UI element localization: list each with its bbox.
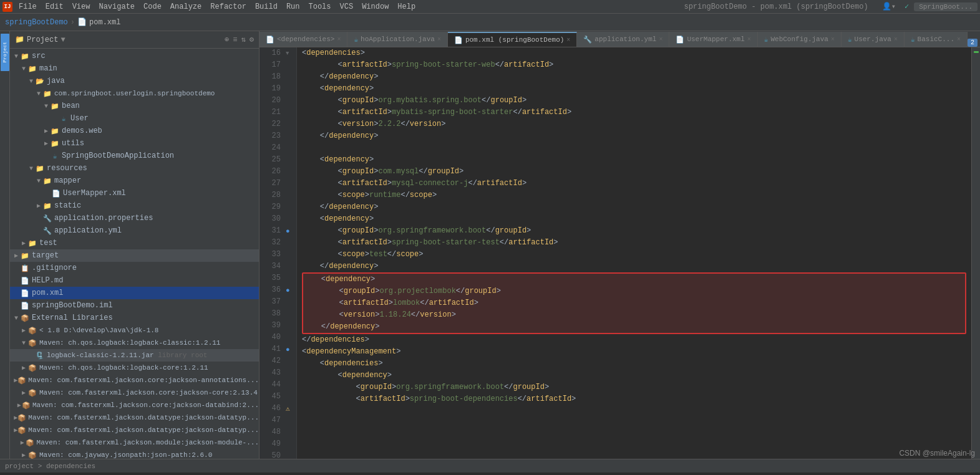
tree-iml[interactable]: 📄 springBootDemo.iml — [10, 299, 259, 312]
tree-main[interactable]: ▼ 📁 main — [10, 62, 259, 75]
menu-edit[interactable]: Edit — [42, 1, 67, 12]
tree-jackson-ann[interactable]: ▶ 📦 Maven: com.fasterxml.jackson.core:ja… — [10, 374, 259, 386]
gutter-41[interactable]: ● — [286, 343, 290, 355]
tree-target[interactable]: ▶ 📁 target — [10, 249, 259, 262]
tree-logback-classic[interactable]: ▼ 📦 Maven: ch.qos.logback:logback-classi… — [10, 337, 259, 349]
tab-yml-close[interactable]: × — [659, 36, 662, 43]
tree-jsonpath[interactable]: ▶ 📦 Maven: com.jayway.jsonpath:json-path… — [10, 449, 259, 459]
tree-label-target: target — [32, 251, 59, 260]
settings-icon[interactable]: ⚙ — [250, 35, 254, 44]
tree-jackson-dt2[interactable]: ▶ 📦 Maven: com.fasterxml.jackson.datatyp… — [10, 424, 259, 436]
tree-usermapper[interactable]: 📄 UserMapper.xml — [10, 187, 259, 199]
tree-bean[interactable]: ▼ 📁 bean — [10, 100, 259, 112]
sort-icon[interactable]: ⇅ — [241, 35, 246, 44]
tab-bar: 📄 <dependencies> × ☕ hoApplication.java … — [260, 31, 980, 47]
tree-appprops[interactable]: 🔧 application.properties — [10, 212, 259, 224]
tab-mapper[interactable]: 📄 UserMapper.xml × — [669, 32, 757, 47]
tab-basic-close[interactable]: × — [957, 36, 961, 43]
menu-refactor[interactable]: Refactor — [206, 1, 250, 12]
menu-navigate[interactable]: Navigate — [95, 1, 138, 12]
menu-help[interactable]: Help — [394, 1, 419, 12]
tree-utils[interactable]: ▶ 📁 utils — [10, 137, 259, 150]
gutter-36[interactable]: ● — [286, 284, 290, 296]
tab-hoapp[interactable]: ☕ hoApplication.java × — [347, 32, 447, 47]
ln-49: 49 — [260, 438, 281, 450]
tab-pom[interactable]: 📄 pom.xml (springBootDemo) × — [448, 32, 577, 47]
tree-pomxml[interactable]: 📄 pom.xml — [10, 287, 259, 299]
code-line-23: <artifactId>spring-boot-starter-web</art… — [302, 59, 966, 71]
menu-window[interactable]: Window — [358, 1, 392, 12]
menu-view[interactable]: View — [69, 1, 94, 12]
tree-label-gitignore: .gitignore — [32, 264, 77, 272]
tree-logback-jar[interactable]: 🗜️ logback-classic-1.2.11.jar library ro… — [10, 349, 259, 362]
code-line-45: </dependency> — [303, 321, 965, 333]
code-line-24: </dependency> — [302, 71, 966, 83]
tree-appyml[interactable]: 🔧 application.yml — [10, 224, 259, 237]
tree-logback-core[interactable]: ▶ 📦 Maven: ch.qos.logback:logback-core:1… — [10, 362, 259, 374]
tree-label-jackson-core: Maven: com.fasterxml.jackson.core:jackso… — [39, 389, 258, 396]
tree-demos[interactable]: ▶ 📁 demos.web — [10, 125, 259, 137]
tab-basic[interactable]: ☕ BasicC... × — [905, 32, 968, 47]
tree-static[interactable]: ▶ 📁 static — [10, 199, 259, 212]
tab-mapper-icon: 📄 — [676, 36, 684, 44]
menu-run[interactable]: Run — [283, 1, 304, 12]
tree-user-class[interactable]: ☕ User — [10, 112, 259, 125]
tree-label-demos: demos.web — [62, 127, 102, 135]
tree-helpmd[interactable]: 📄 HELP.md — [10, 274, 259, 287]
file-crumb[interactable]: pom.xml — [89, 18, 120, 27]
ln-45: 45 — [260, 391, 281, 403]
tab-user[interactable]: ☕ User.java × — [842, 32, 905, 47]
tree-jackson-dt1[interactable]: ▶ 📦 Maven: com.fasterxml.jackson.datatyp… — [10, 411, 259, 424]
project-crumb[interactable]: springBootDemo — [5, 18, 68, 27]
code-line-25: <dependency> — [302, 83, 966, 95]
tree-jdk[interactable]: ▶ 📦 < 1.8 D:\develop\Java\jdk-1.8 — [10, 324, 259, 337]
tree-gitignore[interactable]: 📋 .gitignore — [10, 262, 259, 274]
tab-webconfig-close[interactable]: × — [831, 36, 835, 43]
code-area[interactable]: <dependencies> <artifactId>spring-boot-s… — [297, 47, 971, 459]
app-icon: IJ — [2, 2, 12, 12]
tree-jackson-databind[interactable]: ▶ 📦 Maven: com.fasterxml.jackson.core:ja… — [10, 399, 259, 411]
tree-jackson-mod[interactable]: ▶ 📦 Maven: com.fasterxml.jackson.module:… — [10, 436, 259, 449]
menu-code[interactable]: Code — [140, 1, 165, 12]
editor-area: 📄 <dependencies> × ☕ hoApplication.java … — [260, 31, 980, 459]
menu-build[interactable]: Build — [251, 1, 281, 12]
collapse-icon[interactable]: ≡ — [233, 36, 237, 44]
tab-hoapp-close[interactable]: × — [437, 36, 441, 43]
tree-src[interactable]: ▼ 📁 src — [10, 50, 259, 62]
tree-label-com: com.springboot.userlogin.springbootdemo — [54, 90, 215, 97]
code-line-32: <groupId>com.mysql</groupId> — [302, 166, 966, 178]
tab-deps-close[interactable]: × — [337, 36, 341, 43]
project-tab-icon[interactable]: Project — [1, 34, 9, 71]
tab-pom-close[interactable]: × — [566, 37, 570, 44]
menu-vcs[interactable]: VCS — [336, 1, 357, 12]
tree-jackson-core[interactable]: ▶ 📦 Maven: com.fasterxml.jackson.core:ja… — [10, 386, 259, 399]
tree-extlibs[interactable]: ▼ 📦 External Libraries — [10, 312, 259, 324]
update-icon[interactable]: ✓ — [901, 1, 913, 12]
tab-webconfig[interactable]: ☕ WebConfig.java × — [758, 32, 842, 47]
tree-java[interactable]: ▼ 📂 java — [10, 75, 259, 87]
tab-user-close[interactable]: × — [894, 36, 898, 43]
ln-26: 26 — [260, 166, 281, 178]
tree-com[interactable]: ▼ 📁 com.springboot.userlogin.springbootd… — [10, 87, 259, 100]
gutter-31[interactable]: ● — [286, 225, 290, 237]
tree-resources[interactable]: ▼ 📁 resources — [10, 162, 259, 175]
profile-icon[interactable]: 👤▾ — [878, 1, 900, 12]
tree-springapp[interactable]: ☕ SpringBootDemoApplication — [10, 150, 259, 162]
locate-icon[interactable]: ⊕ — [225, 35, 229, 44]
tree-mapper[interactable]: ▼ 📁 mapper — [10, 175, 259, 187]
tab-deps[interactable]: 📄 <dependencies> × — [260, 32, 347, 47]
tree-label-jsonpath: Maven: com.jayway.jsonpath:json-path:2.6… — [39, 451, 212, 459]
dropdown-icon[interactable]: ▼ — [61, 36, 65, 44]
tab-deps-icon: 📄 — [266, 36, 274, 44]
tab-user-label: User.java — [855, 36, 891, 43]
menu-file[interactable]: File — [15, 1, 41, 12]
search-box[interactable]: SpringBoot... — [914, 2, 978, 11]
menu-analyze[interactable]: Analyze — [167, 1, 205, 12]
editor-gutter: ▼ ● ● ● ⚠ — [284, 47, 297, 459]
tab-mapper-close[interactable]: × — [747, 36, 751, 43]
fold-16[interactable]: ▼ — [286, 47, 289, 59]
tab-yml[interactable]: 🔧 application.yml × — [577, 32, 669, 47]
tree-test[interactable]: ▶ 📁 test — [10, 237, 259, 249]
gutter-46[interactable]: ⚠ — [286, 403, 290, 415]
menu-tools[interactable]: Tools — [305, 1, 335, 12]
